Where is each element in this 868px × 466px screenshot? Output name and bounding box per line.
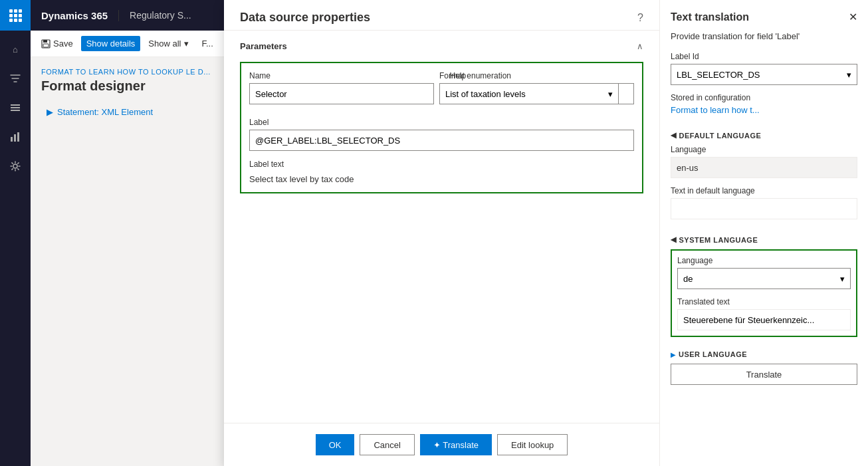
- text-default-label: Text in default language: [671, 186, 857, 195]
- name-label: Name: [249, 71, 434, 80]
- svg-point-6: [13, 164, 17, 168]
- ok-button[interactable]: OK: [316, 434, 355, 455]
- format-enum-container: Format enumeration List of taxation leve…: [439, 71, 619, 104]
- label-id-label: Label Id: [671, 52, 857, 61]
- save-button[interactable]: Save: [36, 36, 78, 51]
- show-all-button[interactable]: Show all ▾: [143, 36, 193, 51]
- edit-lookup-button[interactable]: Edit lookup: [497, 434, 568, 455]
- name-field: Name: [249, 71, 434, 104]
- translated-text-field: Translated text: [677, 297, 851, 330]
- sidebar-icon-settings[interactable]: [2, 153, 29, 179]
- cancel-button[interactable]: Cancel: [360, 434, 414, 455]
- svg-rect-3: [11, 137, 13, 142]
- panel-title: Text translation: [671, 11, 749, 23]
- svg-rect-2: [11, 110, 20, 111]
- language-label: Language: [671, 145, 857, 154]
- waffle-button[interactable]: [0, 0, 31, 31]
- format-button[interactable]: F...: [197, 36, 219, 51]
- format-enum-field: Format enumeration List of taxation leve…: [439, 71, 619, 104]
- svg-rect-8: [43, 40, 47, 43]
- text-default-field: Text in default language: [671, 186, 857, 219]
- panel-translate-button[interactable]: Translate: [671, 364, 857, 385]
- modal-header: Data source properties ?: [224, 0, 659, 31]
- sidebar: ⌂: [0, 31, 31, 466]
- label-field: Label: [249, 118, 634, 151]
- system-language-section-title: ◀ SYSTEM LANGUAGE: [671, 235, 857, 244]
- translation-panel: Text translation ✕ Provide translation f…: [659, 0, 868, 466]
- app-title: Dynamics 365: [31, 10, 119, 21]
- system-lang-field: Language de ▾: [677, 256, 851, 289]
- section-collapse-icon[interactable]: ∧: [637, 41, 643, 51]
- modal-body: Parameters ∧ Name Help: [224, 31, 659, 423]
- label-text-label: Label text: [249, 160, 284, 169]
- system-lang-label: Language: [677, 256, 851, 265]
- app-name: Regulatory S...: [119, 10, 202, 21]
- modal-footer: OK Cancel ✦ Translate Edit lookup: [224, 423, 659, 466]
- label-input[interactable]: [249, 130, 634, 151]
- data-source-modal: Data source properties ? Parameters ∧ Na…: [224, 0, 659, 466]
- svg-rect-4: [14, 134, 16, 142]
- system-language-highlighted: Language de ▾ Translated text: [671, 249, 857, 337]
- translated-text-label: Translated text: [677, 297, 851, 306]
- sidebar-icon-list[interactable]: [2, 94, 29, 121]
- translated-text-input[interactable]: [677, 309, 851, 330]
- panel-header: Text translation ✕: [671, 11, 857, 23]
- format-enum-label: Format enumeration: [439, 71, 619, 80]
- format-enum-select[interactable]: List of taxation levels ▾: [439, 83, 619, 104]
- section-title-parameters: Parameters: [240, 41, 287, 51]
- label-id-field: Label Id LBL_SELECTOR_DS ▾: [671, 52, 857, 85]
- stored-in-config-link[interactable]: Format to learn how t...: [671, 105, 857, 115]
- stored-in-config-field: Stored in configuration Format to learn …: [671, 93, 857, 115]
- text-default-input[interactable]: [671, 198, 857, 219]
- modal-title: Data source properties: [240, 11, 370, 25]
- show-details-button[interactable]: Show details: [81, 36, 141, 51]
- svg-rect-5: [17, 132, 19, 142]
- user-language-label: USER LANGUAGE: [679, 350, 747, 358]
- sidebar-icon-home[interactable]: ⌂: [2, 36, 29, 62]
- system-lang-dropdown[interactable]: de ▾: [677, 268, 851, 289]
- svg-rect-1: [11, 107, 20, 108]
- help-icon[interactable]: ?: [637, 12, 643, 24]
- svg-rect-9: [43, 44, 49, 47]
- close-icon[interactable]: ✕: [849, 11, 857, 23]
- default-language-section-title: ◀ DEFAULT LANGUAGE: [671, 131, 857, 140]
- stored-in-config-label: Stored in configuration: [671, 93, 857, 102]
- name-input[interactable]: [249, 83, 434, 104]
- label-id-dropdown[interactable]: LBL_SELECTOR_DS ▾: [671, 64, 857, 85]
- parameters-section-header: Parameters ∧: [240, 41, 643, 51]
- label-label: Label: [249, 118, 634, 127]
- sidebar-icon-chart[interactable]: [2, 124, 29, 150]
- label-text-value: Select tax level by tax code: [249, 169, 634, 184]
- translate-button[interactable]: ✦ Translate: [420, 434, 492, 455]
- default-language-field: Language en-us: [671, 145, 857, 178]
- panel-subtitle: Provide translation for field 'Label': [671, 31, 857, 41]
- user-language-section: ▶ USER LANGUAGE: [671, 350, 857, 358]
- language-value: en-us: [671, 157, 857, 178]
- sidebar-icon-filter[interactable]: [2, 65, 29, 92]
- user-lang-chevron: ▶: [671, 351, 676, 358]
- svg-rect-0: [11, 104, 20, 106]
